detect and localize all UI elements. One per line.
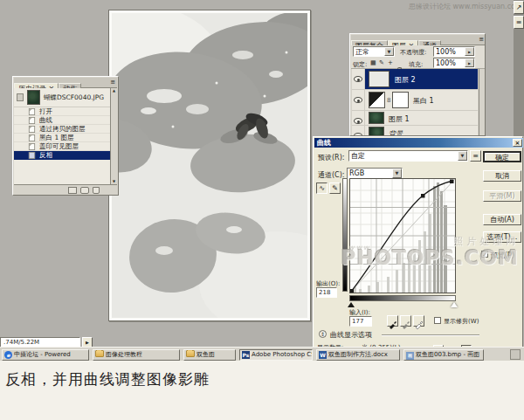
- dialog-title: 曲线: [317, 139, 331, 147]
- taskbar-button-paint[interactable]: 画双鱼图003.bmp - 画图: [403, 349, 484, 361]
- history-state-icon: [29, 143, 35, 150]
- history-brush-icon[interactable]: [17, 93, 24, 101]
- history-item[interactable]: 曲线: [14, 116, 110, 125]
- layer-row[interactable]: 图层 1: [352, 111, 478, 126]
- lock-label: 锁定:: [353, 60, 367, 69]
- history-panel: 历史记录 ×动作 ≡ 蝴蝶DSCF0040.JPG 打开 曲线 通过拷贝的图层 …: [12, 76, 119, 196]
- taskbar: e中摄论坛 - Powered 图像处理教程 双鱼图 PsAdobe Photo…: [0, 347, 524, 361]
- ok-button[interactable]: 确定: [483, 151, 521, 162]
- new-snapshot-button[interactable]: [80, 187, 89, 194]
- chevron-down-icon[interactable]: ▼: [392, 169, 402, 178]
- layers-scrollbar[interactable]: [479, 69, 486, 136]
- layer-row-selected[interactable]: 图层 2: [352, 69, 478, 90]
- layer-thumbnail[interactable]: [369, 127, 384, 136]
- panel-menu-icon[interactable]: ≡: [110, 79, 115, 86]
- chevron-down-icon[interactable]: ▼: [384, 47, 394, 56]
- output-value-field[interactable]: 218: [316, 287, 337, 298]
- scroll-up-icon[interactable]: ▲: [111, 88, 117, 93]
- display-options-label[interactable]: 曲线显示选项: [330, 330, 372, 340]
- layers-panel: 图层复合图层 ×通道 ≡ 正常▼ 不透明度: 100%▶ 锁定: ▦ ✎ + 填…: [349, 33, 486, 136]
- paint-icon: 画: [406, 352, 414, 360]
- black-eyedropper-button[interactable]: [387, 315, 398, 327]
- eye-icon[interactable]: [354, 118, 362, 124]
- folder-icon: [95, 350, 104, 357]
- arrow-ne-icon: ↗: [516, 3, 522, 11]
- preset-options-button[interactable]: ≡: [470, 150, 481, 162]
- history-scrollbar[interactable]: ▲ ▼: [110, 88, 117, 184]
- history-item[interactable]: 盖印可见图层: [14, 142, 110, 151]
- eye-icon[interactable]: [354, 97, 362, 103]
- smooth-button: 平滑(M): [483, 190, 521, 202]
- new-document-from-state-button[interactable]: [68, 187, 77, 194]
- history-state-icon: [29, 134, 35, 141]
- fill-input[interactable]: 100%▶: [433, 58, 475, 68]
- highlight-slider[interactable]: [451, 302, 458, 307]
- page-scrollbar[interactable]: ↗ ≡: [514, 0, 524, 136]
- preset-label: 预设(R):: [318, 153, 345, 162]
- snapshot-thumbnail[interactable]: [27, 90, 40, 105]
- shadow-slider[interactable]: [348, 302, 355, 307]
- dialog-titlebar[interactable]: 曲线 ×: [314, 138, 523, 148]
- history-state-icon: [29, 152, 35, 159]
- show-clipping-label: 显示修剪(W): [444, 317, 479, 326]
- lock-move-icon[interactable]: +: [388, 59, 393, 66]
- input-gradient-bar: [349, 295, 456, 301]
- curve-pencil-tool-button[interactable]: ✎: [329, 182, 341, 194]
- screenshot-root: 思缘设计论坛 www.missyuan.com ↗ ≡: [0, 0, 524, 420]
- adjustment-layer-icon[interactable]: [369, 92, 385, 108]
- curve-selected-point: [421, 194, 425, 198]
- folder-icon: [186, 350, 195, 357]
- layer-row-background[interactable]: 背景: [352, 126, 478, 136]
- taskbar-button-word-doc[interactable]: W双鱼图制作方法.docx: [316, 349, 400, 361]
- spinner-arrow-icon[interactable]: ▶: [465, 47, 474, 56]
- curve-grid[interactable]: [349, 178, 456, 293]
- tray-icon[interactable]: [510, 349, 521, 360]
- taskbar-button-folder-fish[interactable]: 双鱼图: [183, 349, 236, 361]
- layer-name: 图层 1: [389, 114, 410, 124]
- layer-thumbnail[interactable]: [369, 71, 390, 87]
- taskbar-button-folder-tutorials[interactable]: 图像处理教程: [93, 349, 180, 361]
- cancel-button[interactable]: 取消: [483, 170, 521, 182]
- forum-watermark: 思缘设计论坛 www.missyuan.com: [409, 2, 522, 11]
- history-item[interactable]: 通过拷贝的图层: [14, 125, 110, 134]
- lock-transparency-icon[interactable]: ▦: [370, 59, 376, 66]
- link-icon: 8: [387, 97, 390, 104]
- taskbar-button-browser[interactable]: e中摄论坛 - Powered: [2, 349, 89, 361]
- preview-checkbox[interactable]: ✓: [481, 251, 488, 258]
- history-item-selected[interactable]: 反相: [14, 151, 110, 160]
- delete-state-button[interactable]: [93, 187, 100, 194]
- chevron-down-icon[interactable]: ▼: [458, 151, 467, 161]
- history-item[interactable]: 黑白 1 图层: [14, 134, 110, 142]
- spinner-arrow-icon[interactable]: ▶: [465, 59, 474, 67]
- preset-select[interactable]: 自定▼: [348, 150, 468, 162]
- layer-thumbnail[interactable]: [369, 112, 384, 124]
- gray-eyedropper-button[interactable]: [400, 315, 411, 327]
- panel-menu-icon[interactable]: ≡: [479, 36, 484, 43]
- eye-icon[interactable]: [354, 76, 362, 82]
- tutorial-caption: 反相，并用曲线调整图像影雕: [5, 369, 210, 389]
- close-icon[interactable]: ×: [513, 139, 522, 147]
- white-eyedropper-button[interactable]: [413, 315, 424, 327]
- scroll-menu-button[interactable]: ≡: [514, 16, 524, 29]
- opacity-input[interactable]: 100%▶: [433, 46, 475, 57]
- history-state-icon: [29, 108, 35, 115]
- curve-point-tool-button[interactable]: ∿: [316, 182, 328, 194]
- auto-button[interactable]: 自动(A): [483, 214, 521, 225]
- blend-mode-select[interactable]: 正常▼: [353, 46, 395, 57]
- layer-name: 图层 2: [395, 75, 416, 85]
- scroll-arrow-button[interactable]: ↗: [514, 1, 524, 14]
- history-snapshot-row[interactable]: 蝴蝶DSCF0040.JPG: [14, 88, 110, 107]
- taskbar-button-photoshop[interactable]: PsAdobe Photoshop CS3: [239, 349, 313, 361]
- photoshop-workspace: 思缘设计论坛 www.missyuan.com ↗ ≡: [0, 0, 524, 361]
- lock-paint-icon[interactable]: ✎: [379, 59, 384, 66]
- options-button[interactable]: 选项(T)...: [483, 231, 521, 243]
- history-item[interactable]: 打开: [14, 107, 110, 116]
- layer-mask-thumbnail[interactable]: [392, 92, 409, 108]
- layer-row[interactable]: 8 黑白 1: [352, 90, 478, 111]
- document-window[interactable]: [108, 10, 311, 321]
- history-state-icon: [29, 126, 35, 133]
- expander-icon[interactable]: ⇕: [319, 330, 327, 338]
- curve-white-point: [450, 180, 454, 184]
- input-value-field[interactable]: 177: [349, 316, 372, 327]
- show-clipping-checkbox[interactable]: [434, 317, 441, 324]
